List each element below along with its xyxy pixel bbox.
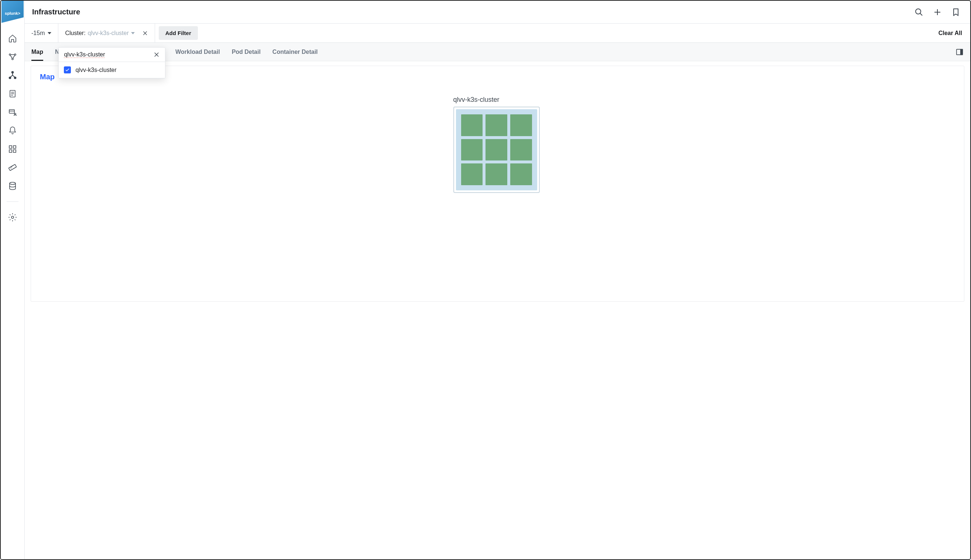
pod-cell[interactable] [486,139,507,161]
close-icon[interactable] [153,51,160,58]
svg-rect-9 [9,146,12,148]
page-title: Infrastructure [32,8,80,16]
content: Map qlvv-k3s-cluster [25,61,970,559]
dropdown-search-input[interactable] [64,51,153,58]
svg-rect-7 [9,110,14,113]
sidebar-nav [7,23,18,222]
chevron-down-icon [48,32,51,34]
add-filter-button[interactable]: Add Filter [159,26,198,40]
cluster-viz-title: qlvv-k3s-cluster [453,96,542,104]
infrastructure-icon[interactable] [7,70,18,80]
cluster-filter: Cluster: qlvv-k3s-cluster [58,23,155,42]
document-icon[interactable] [7,88,18,99]
time-label: -15m [32,30,45,37]
pod-cell[interactable] [510,114,532,136]
svg-point-0 [9,54,11,55]
panel-toggle-icon[interactable] [956,48,964,56]
sidebar-divider [7,202,18,202]
tabs-bar: Map N Workload Detail Pod Detail Contain… [25,43,970,61]
content-card: Map qlvv-k3s-cluster [31,66,964,302]
tab-pod-detail[interactable]: Pod Detail [232,43,261,61]
splunk-logo[interactable]: splunk> [2,1,23,23]
sidebar: splunk> [1,1,25,559]
header-actions [914,7,961,17]
pod-cell[interactable] [461,139,483,161]
svg-rect-12 [13,150,16,152]
database-icon[interactable] [7,181,18,191]
svg-rect-10 [13,146,16,148]
breadcrumb[interactable]: Map [40,73,55,81]
dropdown-item[interactable]: qlvv-k3s-cluster [59,62,165,78]
add-icon[interactable] [933,7,942,17]
filter-bar: -15m Cluster: qlvv-k3s-cluster [25,23,970,43]
dropdown-search-row [59,48,165,62]
trace-icon[interactable] [7,52,18,62]
checkbox-checked-icon[interactable] [64,67,71,73]
cluster-grid [456,109,537,190]
pod-cell[interactable] [486,114,507,136]
pod-cell[interactable] [461,163,483,185]
time-picker[interactable]: -15m [25,23,58,42]
cluster-dropdown: qlvv-k3s-cluster [58,47,165,78]
cluster-visualization: qlvv-k3s-cluster [453,96,542,193]
svg-rect-18 [961,49,963,55]
svg-point-3 [12,72,13,73]
cluster-filter-value-text: qlvv-k3s-cluster [88,30,129,37]
header: Infrastructure [25,1,970,23]
app-root: splunk> [0,0,971,560]
chevron-down-icon [131,32,135,34]
svg-rect-11 [9,150,12,152]
cluster-filter-label: Cluster: [65,30,85,37]
dropdown-item-label: qlvv-k3s-cluster [75,67,116,73]
gear-icon[interactable] [7,212,18,222]
grid-icon[interactable] [7,144,18,154]
svg-point-15 [12,216,13,218]
pod-cell[interactable] [461,114,483,136]
svg-point-2 [12,58,13,60]
tab-workload-detail[interactable]: Workload Detail [175,43,220,61]
pod-cell[interactable] [510,139,532,161]
svg-point-16 [916,9,921,14]
svg-rect-13 [8,165,16,171]
server-user-icon[interactable] [7,107,18,117]
tab-map[interactable]: Map [32,43,43,61]
bookmark-icon[interactable] [951,7,961,17]
main: Infrastructure -15m Cluster: [25,1,970,559]
pod-cell[interactable] [486,163,507,185]
bell-icon[interactable] [7,125,18,136]
cluster-filter-value[interactable]: qlvv-k3s-cluster [88,30,135,37]
home-icon[interactable] [7,33,18,43]
ruler-icon[interactable] [7,162,18,173]
clear-all-button[interactable]: Clear All [939,30,962,37]
tab-container-detail[interactable]: Container Detail [272,43,318,61]
cluster-block[interactable] [453,107,540,193]
search-icon[interactable] [914,7,924,17]
clear-filter-icon[interactable] [142,30,148,36]
svg-point-14 [10,182,15,185]
svg-point-1 [14,54,16,55]
pod-cell[interactable] [510,163,532,185]
